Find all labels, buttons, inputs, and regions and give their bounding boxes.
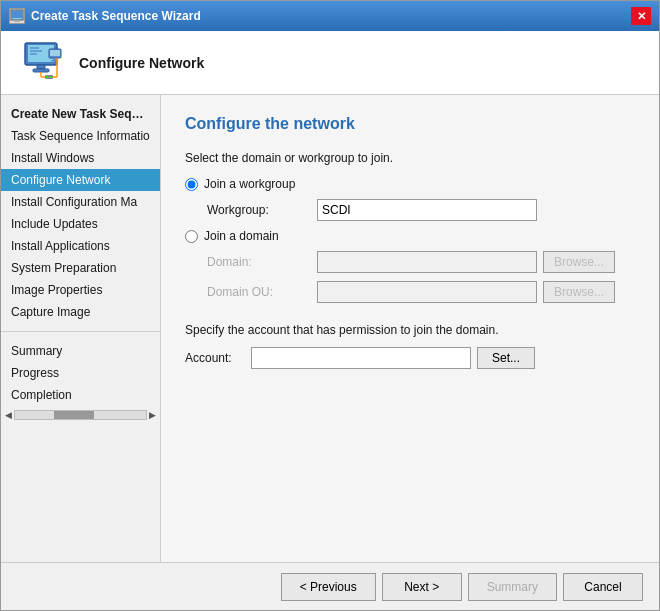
domain-row: Domain: Browse... bbox=[185, 251, 635, 273]
content-area: Create New Task Sequence Task Sequence I… bbox=[1, 95, 659, 562]
wizard-window: Create Task Sequence Wizard ✕ bbox=[0, 0, 660, 611]
header-title: Configure Network bbox=[79, 55, 204, 71]
window-icon bbox=[9, 8, 25, 24]
svg-point-18 bbox=[46, 76, 48, 78]
join-workgroup-label[interactable]: Join a workgroup bbox=[204, 177, 295, 191]
svg-rect-9 bbox=[33, 69, 49, 72]
sidebar-item-summary[interactable]: Summary bbox=[1, 340, 160, 362]
scrollbar-thumb[interactable] bbox=[54, 411, 93, 419]
sidebar-bottom: Summary Progress Completion bbox=[1, 331, 160, 406]
svg-rect-11 bbox=[50, 50, 60, 56]
account-label: Account: bbox=[185, 351, 251, 365]
join-workgroup-radio[interactable] bbox=[185, 178, 198, 191]
sidebar-item-install-windows[interactable]: Install Windows bbox=[1, 147, 160, 169]
sidebar-item-image-properties[interactable]: Image Properties bbox=[1, 279, 160, 301]
workgroup-label: Workgroup: bbox=[207, 203, 317, 217]
workgroup-input[interactable] bbox=[317, 199, 537, 221]
sidebar: Create New Task Sequence Task Sequence I… bbox=[1, 95, 161, 562]
next-button[interactable]: Next > bbox=[382, 573, 462, 601]
join-workgroup-row: Join a workgroup bbox=[185, 177, 635, 191]
svg-rect-2 bbox=[14, 20, 20, 22]
domain-label: Domain: bbox=[207, 255, 317, 269]
window-title: Create Task Sequence Wizard bbox=[31, 9, 201, 23]
scroll-right-arrow[interactable]: ▶ bbox=[149, 410, 156, 420]
domain-browse-button[interactable]: Browse... bbox=[543, 251, 615, 273]
set-button[interactable]: Set... bbox=[477, 347, 535, 369]
title-bar: Create Task Sequence Wizard ✕ bbox=[1, 1, 659, 31]
close-button[interactable]: ✕ bbox=[631, 7, 651, 25]
sidebar-scrollbar[interactable]: ◀ ▶ bbox=[1, 406, 160, 422]
account-section-label: Specify the account that has permission … bbox=[185, 323, 635, 337]
main-content: Configure the network Select the domain … bbox=[161, 95, 659, 562]
domain-input[interactable] bbox=[317, 251, 537, 273]
footer: < Previous Next > Summary Cancel bbox=[1, 562, 659, 610]
sidebar-item-progress[interactable]: Progress bbox=[1, 362, 160, 384]
join-domain-radio[interactable] bbox=[185, 230, 198, 243]
svg-point-19 bbox=[50, 76, 52, 78]
cancel-button[interactable]: Cancel bbox=[563, 573, 643, 601]
sidebar-item-completion[interactable]: Completion bbox=[1, 384, 160, 406]
domain-ou-label: Domain OU: bbox=[207, 285, 317, 299]
account-row: Account: Set... bbox=[185, 347, 635, 369]
sidebar-item-include-updates[interactable]: Include Updates bbox=[1, 213, 160, 235]
svg-rect-1 bbox=[12, 11, 22, 18]
scroll-left-arrow[interactable]: ◀ bbox=[5, 410, 12, 420]
previous-button[interactable]: < Previous bbox=[281, 573, 376, 601]
scrollbar-track[interactable] bbox=[14, 410, 147, 420]
header-area: Configure Network bbox=[1, 31, 659, 95]
page-title: Configure the network bbox=[185, 115, 635, 133]
join-domain-label[interactable]: Join a domain bbox=[204, 229, 279, 243]
sidebar-item-install-applications[interactable]: Install Applications bbox=[1, 235, 160, 257]
join-domain-row: Join a domain bbox=[185, 229, 635, 243]
domain-ou-input[interactable] bbox=[317, 281, 537, 303]
domain-ou-browse-button[interactable]: Browse... bbox=[543, 281, 615, 303]
workgroup-row: Workgroup: bbox=[185, 199, 635, 221]
header-icon bbox=[17, 39, 65, 87]
svg-rect-8 bbox=[37, 65, 45, 69]
sidebar-item-configure-network[interactable]: Configure Network bbox=[1, 169, 160, 191]
select-label: Select the domain or workgroup to join. bbox=[185, 151, 635, 165]
domain-ou-row: Domain OU: Browse... bbox=[185, 281, 635, 303]
sidebar-item-system-preparation[interactable]: System Preparation bbox=[1, 257, 160, 279]
account-input[interactable] bbox=[251, 347, 471, 369]
sidebar-section-header: Create New Task Sequence bbox=[1, 103, 160, 125]
summary-button[interactable]: Summary bbox=[468, 573, 557, 601]
sidebar-item-install-configuration-manager[interactable]: Install Configuration Ma bbox=[1, 191, 160, 213]
svg-rect-12 bbox=[53, 58, 56, 60]
title-bar-left: Create Task Sequence Wizard bbox=[9, 8, 201, 24]
sidebar-item-capture-image[interactable]: Capture Image bbox=[1, 301, 160, 323]
sidebar-item-task-sequence-information[interactable]: Task Sequence Informatio bbox=[1, 125, 160, 147]
